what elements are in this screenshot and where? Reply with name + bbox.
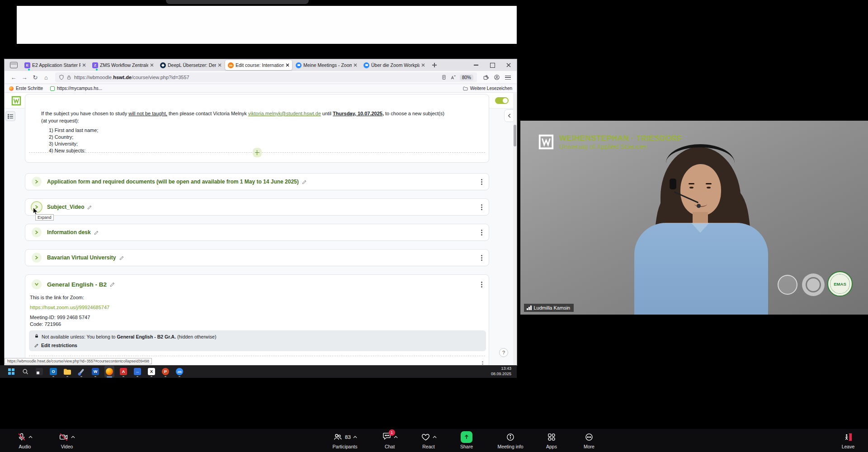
section-menu-kebab-icon[interactable] xyxy=(481,207,482,208)
bookmark-erste-schritte[interactable]: Erste Schritte xyxy=(9,86,43,91)
menu-hamburger-icon[interactable] xyxy=(502,75,513,80)
close-tab-icon[interactable] xyxy=(150,63,154,67)
section-title[interactable]: General English - B2 xyxy=(47,281,107,288)
info-icon xyxy=(506,433,515,442)
scrollbar-thumb[interactable] xyxy=(514,125,516,146)
section-title[interactable]: Bavarian Virtual University xyxy=(47,254,116,261)
edit-title-pencil-icon[interactable] xyxy=(94,230,99,235)
meeting-info-button[interactable]: Meeting info xyxy=(488,429,533,452)
section-menu-kebab-icon[interactable] xyxy=(481,284,482,285)
taskbar-firefox-button-active[interactable] xyxy=(104,366,114,377)
open-block-drawer-button[interactable] xyxy=(5,111,15,121)
video-button[interactable]: Video xyxy=(48,429,86,452)
firefox-view-icon[interactable] xyxy=(10,62,18,68)
new-tab-button[interactable] xyxy=(430,61,439,69)
edit-title-pencil-icon[interactable] xyxy=(87,205,92,210)
taskbar-file-explorer-button[interactable] xyxy=(62,366,72,377)
expand-section-icon[interactable] xyxy=(32,227,42,237)
home-icon[interactable]: ⌂ xyxy=(41,74,52,81)
taskbar-clock[interactable]: 13:43 08.09.2025 xyxy=(491,366,511,377)
taskbar-zoom-button[interactable]: zm xyxy=(175,366,184,377)
taskbar-search-button[interactable] xyxy=(20,366,30,377)
close-tab-icon[interactable] xyxy=(354,63,357,67)
close-tab-icon[interactable] xyxy=(218,63,222,67)
section-menu-kebab-icon[interactable] xyxy=(481,257,482,259)
tab-zms-workflow[interactable]: Z ZMS Workflow Zentrale xyxy=(90,60,156,70)
taskbar-tool-button[interactable] xyxy=(76,366,86,377)
back-icon[interactable]: ← xyxy=(8,74,19,81)
tab-meine-meetings[interactable]: Meine Meetings - Zoom xyxy=(293,60,360,70)
section-title[interactable]: Information desk xyxy=(47,229,91,235)
email-link[interactable]: viktoria.melnyk@student.hswt.de xyxy=(248,111,321,116)
apps-button[interactable]: Apps xyxy=(533,429,571,452)
expand-section-icon[interactable] xyxy=(32,253,42,263)
maximize-button[interactable] xyxy=(484,59,500,71)
audio-options-caret-icon[interactable] xyxy=(28,436,33,438)
edit-mode-toggle[interactable] xyxy=(495,97,509,104)
taskbar-sharing-hub-button[interactable]: ↔ xyxy=(132,366,142,377)
taskbar-acrobat-button[interactable]: A xyxy=(118,366,128,377)
close-tab-icon[interactable] xyxy=(421,63,425,67)
participants-caret-icon[interactable] xyxy=(353,436,357,438)
translate-icon[interactable] xyxy=(450,75,456,80)
tab-edit-course-active[interactable]: Edit course: International Onlin xyxy=(225,60,292,70)
leave-meeting-button[interactable]: Leave xyxy=(830,429,866,452)
tab-deepl[interactable]: DeepL Übersetzer: Der präzisest xyxy=(157,60,224,70)
close-window-button[interactable] xyxy=(500,59,517,71)
reload-icon[interactable]: ↻ xyxy=(30,74,41,81)
profile-icon[interactable] xyxy=(491,74,502,80)
taskbar-word-button[interactable]: W xyxy=(90,366,100,377)
page-zoom-level[interactable]: 80% xyxy=(460,75,473,80)
page-scrollbar[interactable] xyxy=(513,93,517,365)
reader-mode-icon[interactable] xyxy=(441,75,447,80)
url-bar[interactable]: https://wbmoodle.hswt.de/course/view.php… xyxy=(55,72,477,82)
zoom-app-icon: zm xyxy=(176,368,183,375)
edit-restrictions-button[interactable]: Edit restrictions xyxy=(34,343,481,348)
video-options-caret-icon[interactable] xyxy=(71,436,75,438)
edit-title-pencil-icon[interactable] xyxy=(110,282,115,287)
audio-button[interactable]: Audio xyxy=(6,429,44,452)
start-button[interactable] xyxy=(6,366,16,377)
chat-caret-icon[interactable] xyxy=(394,436,398,438)
participants-button[interactable]: 83 Participants xyxy=(319,429,371,452)
add-content-divider xyxy=(29,356,485,356)
participant-video-tile[interactable]: WEIHENSTEPHAN · TRIESDORF University of … xyxy=(520,121,868,315)
forward-icon[interactable]: → xyxy=(19,74,30,81)
react-caret-icon[interactable] xyxy=(433,436,437,438)
taskbar-widgets-button[interactable] xyxy=(34,366,44,377)
activity-menu-kebab-icon[interactable] xyxy=(482,363,483,365)
expand-section-icon[interactable] xyxy=(32,177,42,187)
minimize-button[interactable] xyxy=(468,59,484,71)
section-row-subject-video: Subject_Video xyxy=(25,198,489,216)
shield-icon[interactable] xyxy=(59,75,64,80)
zoom-meeting-controls-collapsed-bar[interactable] xyxy=(166,0,309,4)
open-right-drawer-button[interactable] xyxy=(504,109,514,122)
extensions-puzzle-icon[interactable] xyxy=(481,74,491,80)
more-button[interactable]: More xyxy=(570,429,608,452)
share-screen-button[interactable]: Share xyxy=(448,429,486,452)
bookmark-mycampus[interactable]: https://mycampus.hs... xyxy=(50,86,102,91)
edit-title-pencil-icon[interactable] xyxy=(302,179,307,184)
add-activity-button[interactable] xyxy=(253,148,262,157)
lock-icon[interactable] xyxy=(66,75,71,80)
taskbar-powerpoint-button[interactable]: P xyxy=(160,366,170,377)
tab-e2-application[interactable]: E E2 Application Starter Rolle:M xyxy=(22,60,89,70)
section-title[interactable]: Application form and required documents … xyxy=(47,179,299,185)
zoom-meeting-link[interactable]: https://hswt.zoom.us/j/99924685747 xyxy=(30,305,109,310)
close-tab-icon[interactable] xyxy=(286,63,289,67)
collapse-section-icon[interactable] xyxy=(32,279,42,289)
more-bookmarks-button[interactable]: Weitere Lesezeichen xyxy=(463,86,512,91)
section-menu-kebab-icon[interactable] xyxy=(481,181,482,183)
help-button[interactable]: ? xyxy=(499,348,508,357)
edit-title-pencil-icon[interactable] xyxy=(119,255,124,260)
taskbar-outlook-button[interactable]: O xyxy=(48,366,58,377)
taskbar-x-app-button[interactable]: X xyxy=(146,366,156,377)
close-tab-icon[interactable] xyxy=(82,63,86,67)
list-item: 1) First and last name; xyxy=(49,127,98,134)
zoom-favicon xyxy=(363,62,369,68)
section-menu-kebab-icon[interactable] xyxy=(481,232,482,233)
tab-zoom-workplace[interactable]: Über die Zoom Workplace-App xyxy=(361,60,428,70)
section-title[interactable]: Subject_Video xyxy=(47,204,84,210)
chat-button[interactable]: 1 Chat xyxy=(371,429,409,452)
react-button[interactable]: React xyxy=(410,429,448,452)
